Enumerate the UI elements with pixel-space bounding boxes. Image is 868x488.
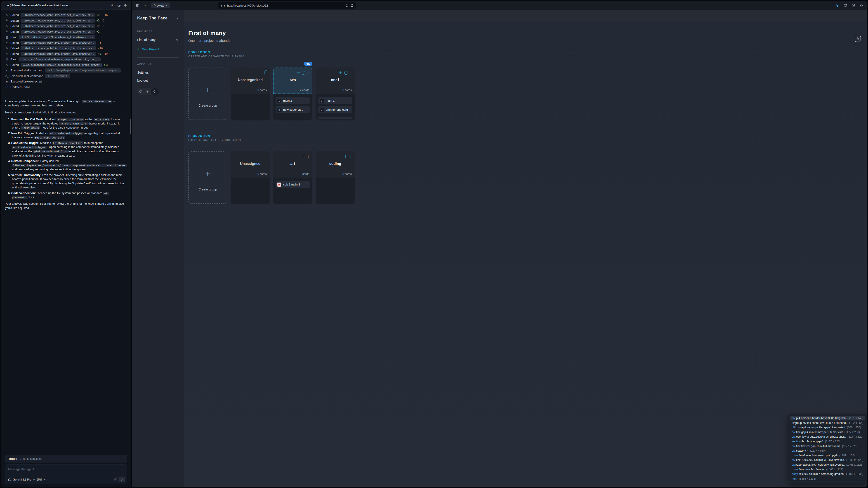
theme-dark-moon-icon[interactable]: ☾ bbox=[151, 88, 159, 95]
diff-removed: -1 bbox=[101, 19, 105, 22]
add-card-icon[interactable]: + bbox=[264, 70, 267, 74]
sidebar-item-logout[interactable]: Log out bbox=[137, 78, 178, 82]
group-title: art bbox=[273, 162, 312, 166]
group-menu-icon[interactable]: ⋮ bbox=[307, 71, 310, 74]
panel-toggle-icon[interactable] bbox=[135, 3, 140, 8]
group-menu-icon[interactable]: ⋮ bbox=[349, 155, 352, 158]
task-card[interactable]: 0main 1 bbox=[318, 97, 352, 104]
task-card[interactable]: 0another one card bbox=[318, 106, 352, 113]
edit-pencil-icon[interactable]: ✎ bbox=[176, 38, 178, 41]
group-card-uncategorized[interactable]: + Uncategorized 0 cards bbox=[231, 68, 270, 120]
diff-added: +2 bbox=[98, 52, 101, 55]
new-project-label: New Project bbox=[142, 47, 159, 51]
message-list-item: 1.Removed the Old Mode: Modified Project… bbox=[5, 117, 125, 130]
group-card-two[interactable]: div + ⋮ two 2 cards bbox=[273, 68, 312, 120]
external-link-icon: ↗ bbox=[93, 41, 95, 44]
back-button[interactable]: ‹ bbox=[221, 4, 222, 7]
agent-log: ✎ Edited lib/keepthepace_web/live/projec… bbox=[5, 13, 126, 90]
card-title: new super card bbox=[283, 108, 303, 111]
agent-tab-bar: the {lib/keepthepaceweb/live/drawerlive/… bbox=[1, 1, 131, 10]
group-count: 2 cards bbox=[300, 89, 309, 92]
move-handle-icon[interactable] bbox=[296, 70, 300, 75]
external-link-icon: ↗ bbox=[92, 36, 93, 38]
pencil-square-icon: ✎ bbox=[5, 19, 8, 22]
log-label: Edited bbox=[10, 41, 19, 44]
app-main: ✎ First of many One more project to aban… bbox=[184, 10, 434, 244]
add-card-icon[interactable]: + bbox=[302, 71, 305, 74]
diff-added: +2 bbox=[96, 19, 100, 22]
new-project-button[interactable]: + New Project bbox=[137, 47, 178, 51]
message-list-item: 5.Verified Functionality: I ran the brow… bbox=[5, 173, 125, 190]
file-chip[interactable]: lib/keepthepace_web/live/project_live/sh… bbox=[21, 19, 95, 23]
log-label: Executed shell command bbox=[10, 69, 43, 72]
project-name: First of many bbox=[137, 38, 156, 41]
group-card-list bbox=[316, 177, 355, 204]
pencil-square-icon: ✎ bbox=[5, 41, 8, 44]
log-label: Read bbox=[10, 35, 18, 39]
group-menu-icon[interactable]: ⋮ bbox=[307, 155, 310, 158]
create-group-label: Create group bbox=[189, 188, 227, 191]
group-count: 3 cards bbox=[342, 89, 352, 92]
scrollbar-thumb[interactable] bbox=[130, 119, 131, 134]
log-row: >_ Executed shell command rm lib/keepthe… bbox=[5, 68, 126, 73]
file-chip[interactable]: lib/keepthepace_web/live/drawer_live/dra… bbox=[19, 35, 95, 39]
sidebar-item-project[interactable]: First of many ✎ bbox=[137, 38, 178, 41]
log-label: Edited bbox=[10, 46, 19, 50]
task-card[interactable]: Hsub 1 main 2 bbox=[276, 181, 310, 188]
sidebar-item-settings[interactable]: Settings bbox=[137, 71, 178, 74]
new-chat-button[interactable]: + bbox=[110, 3, 115, 8]
message-list-item: 3.Handled the Trigger: Modified EditGrou… bbox=[5, 141, 125, 158]
log-label: Edited bbox=[10, 19, 19, 22]
group-card-coding[interactable]: ⋮ coding 0 cards bbox=[316, 151, 355, 204]
url-input[interactable] bbox=[227, 4, 343, 7]
pencil-square-icon: ✎ bbox=[5, 13, 8, 17]
group-card-one1[interactable]: + ⋮ one1 3 cards 0main 10another one car… bbox=[316, 68, 355, 120]
preview-mode-dropdown[interactable]: Preview bbox=[151, 2, 170, 8]
file-chip[interactable]: …web/components/drawer_components/edit_g… bbox=[21, 63, 102, 67]
file-chip[interactable]: lib/keepthepace_web/live/drawer_live/dra… bbox=[21, 41, 96, 45]
add-card-icon[interactable]: + bbox=[344, 71, 347, 74]
file-chip[interactable]: lib/keepthepace_web/live/project_live/sh… bbox=[21, 30, 95, 34]
tab-kebab-icon[interactable]: ⋮ bbox=[72, 4, 75, 7]
message-list-item: 6.Code Verification: Cleaned up the file… bbox=[5, 191, 125, 199]
agent-tab-title[interactable]: the {lib/keepthepaceweb/live/drawerlive/… bbox=[5, 4, 70, 7]
url-bar: ‹ › bbox=[218, 2, 356, 8]
log-row: ▣ Executed browser script bbox=[5, 79, 126, 84]
file-chip[interactable]: lib/keepthepace_web/live/drawer_live/dra… bbox=[21, 46, 96, 51]
file-chip[interactable]: lib/keepthepace_web/live/drawer_live/dra… bbox=[21, 52, 96, 56]
move-handle-icon[interactable] bbox=[344, 154, 347, 159]
project-title: First of many bbox=[188, 30, 434, 37]
create-group-card[interactable]: + Create group bbox=[188, 68, 227, 120]
checklist-icon: ☑ bbox=[5, 86, 8, 89]
file-chip[interactable]: lib/keepthepace_web/live/project_live/sh… bbox=[21, 13, 95, 17]
group-menu-icon[interactable]: ⋮ bbox=[349, 71, 352, 74]
theme-system-monitor-icon[interactable] bbox=[137, 88, 144, 95]
production-subtitle: EXECUTE AND TRACK YOUR TASKS bbox=[188, 139, 434, 141]
terminal-icon[interactable]: >_ bbox=[143, 3, 148, 8]
terminal-icon: >_ bbox=[5, 74, 8, 77]
file-chip[interactable]: rm lib/keepthepace_web/components/drawer… bbox=[45, 68, 121, 72]
group-count: 0 cards bbox=[257, 89, 267, 92]
forward-button[interactable]: › bbox=[224, 4, 225, 7]
card-title: main 1 bbox=[326, 99, 335, 102]
app-header-band bbox=[184, 10, 434, 21]
create-group-card[interactable]: + Create group bbox=[188, 151, 227, 204]
diff-added: +2 bbox=[96, 30, 100, 33]
open-external-icon[interactable] bbox=[350, 4, 353, 7]
file-chip[interactable]: …pace_web/components/drawer_components/e… bbox=[19, 57, 101, 61]
group-card-art[interactable]: ⋮ art 1 cards Hsub 1 main 2 bbox=[273, 151, 312, 204]
file-icon: ▤ bbox=[5, 58, 8, 61]
sidebar-collapse-icon[interactable]: ‹ bbox=[177, 16, 178, 20]
refresh-icon[interactable] bbox=[345, 4, 348, 7]
task-card[interactable]: 0new super card bbox=[276, 106, 310, 113]
move-handle-icon[interactable] bbox=[339, 70, 342, 75]
move-handle-icon[interactable] bbox=[301, 154, 305, 159]
group-card-unassigned[interactable]: Unassigned 0 cards bbox=[231, 151, 270, 204]
file-chip[interactable]: lib/keepthepace_web/live/project_live/sh… bbox=[21, 24, 95, 28]
task-card[interactable]: 1main 2 bbox=[276, 97, 310, 104]
theme-light-sun-icon[interactable]: ☀ bbox=[144, 88, 151, 95]
agent-log-scroll[interactable]: ✎ Edited lib/keepthepace_web/live/projec… bbox=[1, 10, 131, 244]
file-chip[interactable]: mix precommit bbox=[45, 74, 70, 78]
gear-icon[interactable]: ⚙ bbox=[123, 3, 128, 8]
history-icon[interactable] bbox=[117, 3, 121, 8]
